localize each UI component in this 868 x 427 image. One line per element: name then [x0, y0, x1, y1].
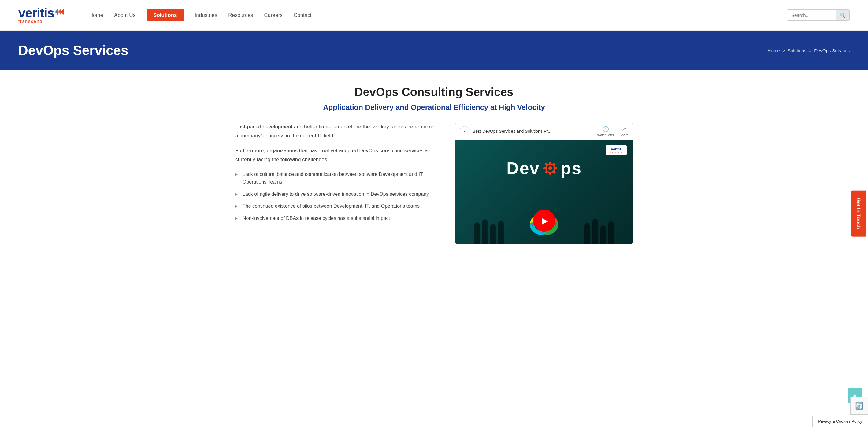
svg-rect-6 [549, 161, 551, 164]
get-in-touch-button[interactable]: Get In Touch [851, 190, 866, 237]
nav-home[interactable]: Home [89, 12, 103, 18]
page-title: DevOps Services [18, 43, 128, 58]
section-title: DevOps Consulting Services [235, 86, 633, 99]
nav-industries[interactable]: Industries [195, 12, 217, 18]
svg-point-5 [548, 166, 552, 170]
share-icon: ↗ [622, 126, 626, 132]
breadcrumb-home[interactable]: Home [768, 48, 780, 53]
two-column-layout: Fast-paced development and better time-t… [235, 123, 633, 244]
main-nav: Home About Us Solutions Industries Resou… [89, 9, 777, 22]
list-item: The continued existence of silos between… [235, 202, 437, 210]
breadcrumb-current: DevOps Services [814, 48, 850, 53]
list-item: Lack of cultural balance and communicati… [235, 171, 437, 186]
devops-heading: Dev [506, 158, 582, 178]
nav-contact[interactable]: Contact [293, 12, 312, 18]
video-thumbnail[interactable]: veritis transcend Dev [456, 140, 633, 244]
breadcrumb: Home > Solutions > DevOps Services [768, 48, 850, 53]
section-subtitle: Application Delivery and Operational Eff… [235, 103, 633, 112]
veritis-logo-overlay: veritis transcend [606, 145, 627, 155]
nav-careers[interactable]: Careers [264, 12, 282, 18]
search-button[interactable]: 🔍 [836, 10, 849, 21]
logo-text: veritis [18, 7, 54, 20]
svg-rect-8 [544, 167, 547, 169]
left-column: Fast-paced development and better time-t… [235, 123, 437, 227]
list-item: Lack of agile delivery to drive software… [235, 190, 437, 198]
challenges-list: Lack of cultural balance and communicati… [235, 171, 437, 222]
hero-banner: DevOps Services Home > Solutions > DevOp… [0, 31, 868, 70]
gear-icon [542, 160, 559, 177]
video-container: V Best DevOps Services and Solutions Pr.… [456, 123, 633, 244]
svg-rect-9 [554, 167, 557, 169]
watch-later-icon: 🕐 [602, 126, 609, 132]
search-area: 🔍 [787, 9, 850, 21]
site-header: veritis transcend Home About Us Solution… [0, 0, 868, 31]
video-actions: 🕐 Watch later ↗ Share [597, 126, 628, 137]
paragraph-1: Fast-paced development and better time-t… [235, 123, 437, 141]
video-top-bar: V Best DevOps Services and Solutions Pr.… [456, 123, 633, 140]
logo-arrows-icon [55, 8, 65, 15]
nav-resources[interactable]: Resources [228, 12, 253, 18]
logo[interactable]: veritis transcend [18, 7, 65, 24]
channel-logo: V [460, 126, 469, 136]
svg-marker-0 [55, 8, 58, 15]
play-icon: ▶ [542, 216, 548, 226]
main-content: DevOps Consulting Services Application D… [217, 70, 651, 259]
search-input[interactable] [787, 10, 836, 20]
watch-later-action[interactable]: 🕐 Watch later [597, 126, 614, 137]
share-label: Share [620, 133, 628, 137]
play-button[interactable]: ▶ [533, 210, 555, 232]
video-title: Best DevOps Services and Solutions Pr... [472, 129, 594, 134]
svg-rect-7 [549, 172, 551, 175]
breadcrumb-solutions[interactable]: Solutions [787, 48, 807, 53]
paragraph-2: Furthermore, organizations that have not… [235, 147, 437, 164]
list-item: Non-involvement of DBAs in release cycle… [235, 214, 437, 222]
watch-later-label: Watch later [597, 133, 614, 137]
logo-transcend: transcend [18, 19, 42, 24]
nav-solutions[interactable]: Solutions [147, 9, 184, 22]
nav-about[interactable]: About Us [114, 12, 135, 18]
share-action[interactable]: ↗ Share [620, 126, 628, 137]
video-section: V Best DevOps Services and Solutions Pr.… [456, 123, 633, 244]
